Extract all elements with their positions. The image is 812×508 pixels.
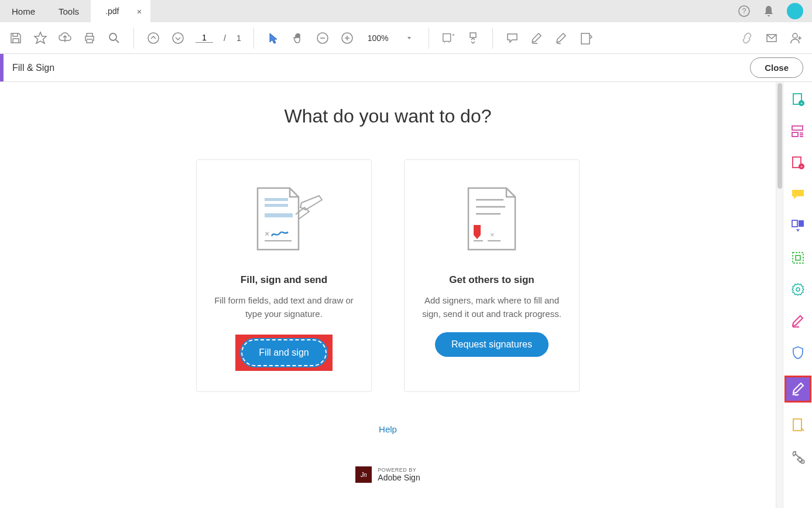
hand-icon[interactable]: [291, 31, 305, 45]
svg-point-4: [148, 33, 159, 43]
scroll-icon[interactable]: [466, 31, 480, 45]
main-toolbar: / 1 100%: [0, 22, 812, 54]
right-tool-panel: + + +: [783, 82, 812, 508]
highlight-icon[interactable]: [530, 31, 544, 45]
svg-rect-18: [265, 198, 288, 201]
svg-rect-14: [470, 33, 476, 37]
divider: [429, 28, 429, 49]
illustration-request: ×: [460, 178, 524, 257]
divider: [253, 28, 254, 49]
search-icon[interactable]: [107, 31, 121, 45]
mail-icon[interactable]: [765, 31, 779, 45]
zoom-select[interactable]: 100%: [365, 32, 392, 44]
svg-rect-15: [581, 33, 590, 44]
svg-rect-20: [265, 213, 293, 217]
powered-by: Jn POWERED BY Adobe Sign: [355, 466, 420, 483]
module-title: Fill & Sign: [4, 63, 54, 73]
svg-point-17: [793, 33, 797, 38]
scrollbar-thumb[interactable]: [777, 83, 782, 189]
svg-rect-19: [265, 204, 288, 207]
svg-rect-42: [793, 253, 803, 263]
svg-rect-45: [793, 419, 801, 431]
svg-rect-32: [792, 126, 803, 130]
svg-text:+: +: [800, 164, 803, 169]
cloud-icon[interactable]: [58, 31, 72, 45]
card-desc: Add signers, mark where to fill and sign…: [419, 294, 564, 321]
card-title: Get others to sign: [449, 274, 534, 286]
tab-tools[interactable]: Tools: [47, 0, 91, 22]
combine-icon[interactable]: [789, 122, 807, 140]
chevron-down-icon[interactable]: [402, 31, 416, 45]
star-icon[interactable]: [33, 31, 47, 45]
svg-rect-11: [443, 33, 450, 41]
svg-text:×: ×: [490, 230, 495, 239]
svg-text:?: ?: [742, 7, 746, 15]
tab-file[interactable]: .pdf ×: [91, 0, 150, 22]
card-fill-sign: × Fill, sign and send Fill form fields, …: [196, 159, 372, 392]
avatar[interactable]: [787, 3, 803, 19]
svg-text:+: +: [800, 101, 803, 106]
svg-rect-40: [792, 220, 797, 227]
highlight-box: Fill and sign: [235, 335, 332, 371]
svg-point-2: [109, 33, 117, 40]
create-pdf-icon[interactable]: +: [789, 91, 807, 108]
page-total: 1: [237, 33, 241, 43]
zoom-out-icon[interactable]: [316, 31, 330, 45]
svg-rect-43: [796, 255, 800, 260]
card-desc: Fill form fields, add text and draw or t…: [211, 294, 357, 321]
tab-bar: Home Tools .pdf × ?: [0, 0, 812, 22]
page-up-icon[interactable]: [146, 31, 160, 45]
scrollbar[interactable]: [776, 82, 783, 508]
svg-text:×: ×: [265, 229, 269, 238]
edit-pdf-icon[interactable]: +: [789, 154, 807, 172]
fill-sign-toolbar: Fill & Sign Close: [0, 54, 812, 82]
svg-point-5: [173, 33, 183, 43]
organize-icon[interactable]: [789, 217, 807, 235]
adobe-sign-icon: Jn: [355, 466, 372, 483]
help-link[interactable]: Help: [379, 424, 397, 434]
tab-home[interactable]: Home: [0, 0, 47, 22]
add-person-icon[interactable]: [789, 31, 803, 45]
stamp-icon[interactable]: [579, 31, 593, 45]
help-icon[interactable]: ?: [738, 5, 751, 18]
pointer-icon[interactable]: [266, 31, 280, 45]
card-request-signatures: × Get others to sign Add signers, mark w…: [404, 159, 580, 392]
save-icon[interactable]: [9, 31, 23, 45]
powered-label: POWERED BY: [378, 467, 420, 473]
svg-point-44: [796, 288, 800, 291]
fill-sign-tool-icon[interactable]: [784, 376, 811, 403]
redact-icon[interactable]: [789, 312, 807, 330]
page-separator: /: [224, 33, 226, 43]
page-input[interactable]: [196, 33, 213, 43]
more-tools-icon[interactable]: +: [789, 448, 807, 466]
tab-bar-right: ?: [738, 3, 812, 19]
divider: [492, 28, 493, 49]
svg-rect-33: [792, 132, 798, 137]
svg-rect-41: [799, 220, 804, 227]
close-button[interactable]: Close: [750, 57, 803, 78]
file-tab-name: .pdf: [105, 6, 119, 16]
request-signatures-button[interactable]: Request signatures: [435, 332, 549, 357]
zoom-in-icon[interactable]: [340, 31, 354, 45]
fit-width-icon[interactable]: [441, 31, 455, 45]
close-icon[interactable]: ×: [136, 6, 142, 16]
illustration-fill-sign: ×: [240, 178, 328, 257]
export-icon[interactable]: [789, 249, 807, 267]
protect-icon[interactable]: [789, 344, 807, 362]
svg-line-3: [116, 40, 119, 43]
send-icon[interactable]: [789, 417, 807, 434]
svg-text:+: +: [801, 459, 804, 464]
content-area: What do you want to do? ×: [0, 82, 776, 508]
divider: [133, 28, 134, 49]
hero-title: What do you want to do?: [285, 105, 492, 127]
page-down-icon[interactable]: [171, 31, 185, 45]
comment-icon[interactable]: [505, 31, 519, 45]
fill-and-sign-button[interactable]: Fill and sign: [241, 339, 326, 366]
print-icon[interactable]: [83, 31, 97, 45]
comment-tool-icon[interactable]: [789, 186, 807, 203]
brand-name: Adobe Sign: [378, 473, 420, 482]
sign-icon[interactable]: [554, 31, 568, 45]
bell-icon[interactable]: [762, 5, 775, 18]
gear-icon[interactable]: [789, 281, 807, 298]
link-icon[interactable]: [740, 31, 754, 45]
